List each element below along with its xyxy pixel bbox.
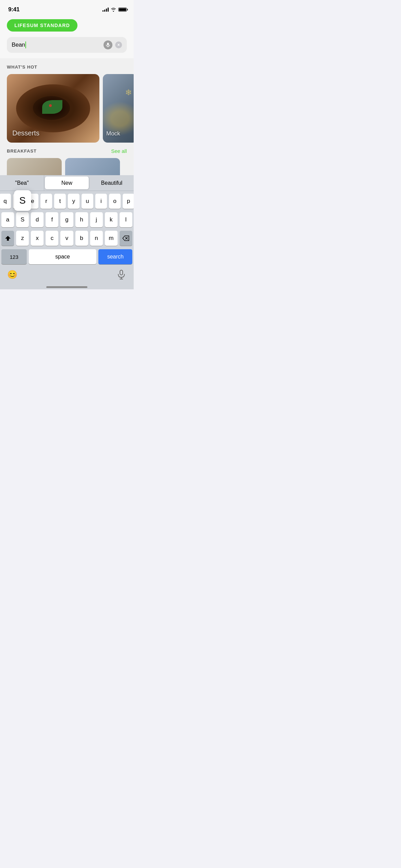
microphone-button[interactable]	[114, 268, 128, 281]
search-microphone-icon	[104, 40, 112, 49]
mock-card[interactable]: ❄ Mock	[103, 74, 134, 143]
key-c[interactable]: c	[46, 231, 58, 246]
desserts-card[interactable]: Desserts	[7, 74, 99, 143]
key-u[interactable]: u	[82, 194, 93, 209]
search-bar[interactable]: Bean ×	[7, 37, 127, 53]
key-row-2: a S S d f g h j k l	[1, 212, 132, 227]
key-t[interactable]: t	[54, 194, 66, 209]
status-bar: 9:41	[0, 0, 134, 16]
svg-rect-0	[107, 43, 109, 46]
status-time: 9:41	[8, 6, 20, 13]
key-j[interactable]: j	[90, 212, 103, 227]
svg-rect-4	[120, 270, 123, 275]
key-a[interactable]: a	[1, 212, 14, 227]
key-z[interactable]: z	[16, 231, 29, 246]
key-n[interactable]: n	[90, 231, 103, 246]
search-key[interactable]: search	[98, 249, 132, 264]
battery-icon	[118, 8, 127, 12]
key-i[interactable]: i	[95, 194, 107, 209]
key-m[interactable]: m	[105, 231, 118, 246]
breakfast-header: BREAKFAST See all	[0, 143, 134, 158]
breakfast-see-all[interactable]: See all	[111, 148, 127, 154]
status-icons	[102, 8, 127, 12]
top-section: LIFESUM STANDARD Bean ×	[0, 16, 134, 58]
shift-key[interactable]	[1, 231, 14, 246]
key-d[interactable]: d	[31, 212, 44, 227]
key-q[interactable]: q	[0, 194, 11, 209]
search-clear-button[interactable]: ×	[115, 41, 122, 48]
breakfast-title: BREAKFAST	[7, 148, 37, 154]
content-area: WHAT'S HOT Desserts ❄ Mock BREAKFAST See…	[0, 58, 134, 185]
numbers-key[interactable]: 123	[1, 249, 27, 264]
snowflake-icon: ❄	[125, 88, 132, 97]
bottom-row: 😊	[0, 266, 134, 284]
key-s-popup: S	[14, 190, 31, 211]
autocomplete-bea[interactable]: "Bea"	[0, 175, 44, 191]
key-f[interactable]: f	[46, 212, 58, 227]
lifesum-badge[interactable]: LIFESUM STANDARD	[7, 19, 77, 32]
lifesum-badge-text: LIFESUM STANDARD	[14, 23, 70, 28]
shift-icon	[5, 235, 11, 241]
wifi-icon	[111, 8, 116, 12]
delete-icon	[122, 236, 129, 241]
key-k[interactable]: k	[105, 212, 118, 227]
key-y[interactable]: y	[68, 194, 80, 209]
autocomplete-bar: "Bea" New Beautiful	[0, 175, 134, 191]
holly-decoration	[42, 100, 62, 114]
key-r[interactable]: r	[40, 194, 52, 209]
key-x[interactable]: x	[31, 231, 44, 246]
key-o[interactable]: o	[109, 194, 121, 209]
whats-hot-cards: Desserts ❄ Mock	[0, 74, 134, 143]
key-rows: q w e r t y u i o p a S S d f g h j k l	[0, 191, 134, 266]
desserts-card-label: Desserts	[12, 129, 39, 137]
key-row-3: z x c v b n m	[1, 231, 132, 246]
key-g[interactable]: g	[60, 212, 73, 227]
emoji-button[interactable]: 😊	[5, 268, 19, 281]
whats-hot-title: WHAT'S HOT	[7, 64, 37, 70]
whats-hot-header: WHAT'S HOT	[0, 58, 134, 74]
key-s[interactable]: S S	[16, 212, 29, 227]
cursor	[25, 41, 26, 48]
autocomplete-beautiful[interactable]: Beautiful	[90, 175, 134, 191]
key-l[interactable]: l	[120, 212, 132, 227]
keyboard-area: "Bea" New Beautiful q w e r t y u i o p …	[0, 175, 134, 289]
key-v[interactable]: v	[60, 231, 73, 246]
home-indicator	[0, 284, 134, 289]
key-h[interactable]: h	[75, 212, 88, 227]
delete-key[interactable]	[120, 231, 132, 246]
search-input[interactable]: Bean	[12, 41, 101, 49]
autocomplete-new[interactable]: New	[45, 177, 89, 189]
mic-icon	[118, 270, 125, 279]
space-key[interactable]: space	[29, 249, 96, 264]
home-bar	[46, 286, 87, 288]
key-row-4: 123 space search	[1, 249, 132, 264]
key-b[interactable]: b	[75, 231, 88, 246]
mock-card-label: Mock	[106, 130, 120, 137]
key-p[interactable]: p	[123, 194, 134, 209]
signal-icon	[102, 8, 109, 12]
